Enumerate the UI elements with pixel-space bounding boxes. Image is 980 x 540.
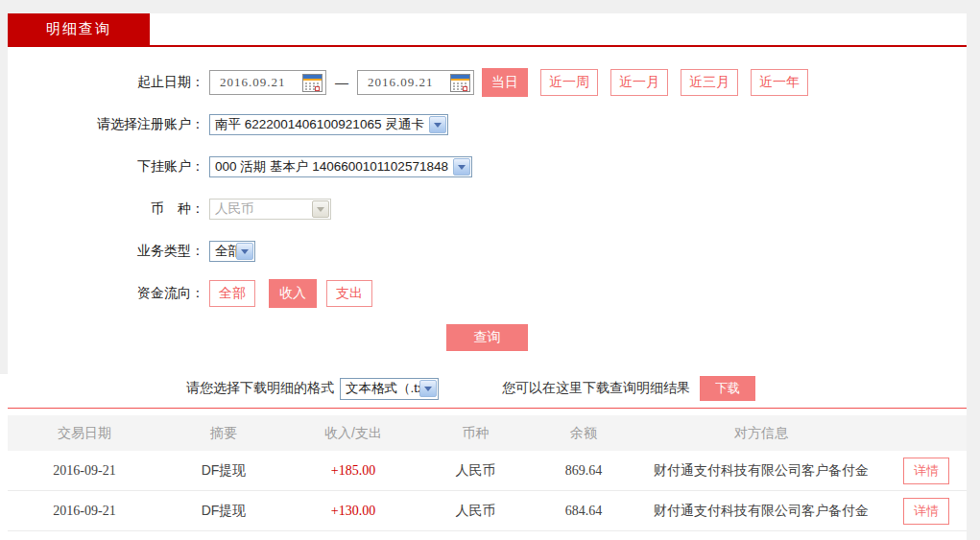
query-row: 查询 [8,315,967,361]
header-date: 交易日期 [8,425,161,442]
cell-amount: +130.00 [286,504,420,519]
tab-label: 明细查询 [46,20,111,38]
end-date-input[interactable]: 2016.09.21 [357,70,474,95]
header-amount: 收入/支出 [286,425,420,442]
registered-account-value: 南平 6222001406100921065 灵通卡 [210,116,429,133]
download-button[interactable]: 下载 [700,376,755,401]
business-type-row: 业务类型： 全部 [8,230,967,272]
business-type-value: 全部 [210,243,236,260]
content-panel: 明细查询 起止日期： 2016.09.21 [8,13,967,540]
table-header: 交易日期 摘要 收入/支出 币种 余额 对方信息 [8,415,967,451]
header-currency: 币种 [420,425,531,442]
end-date-value: 2016.09.21 [368,75,450,90]
cell-currency: 人民币 [420,462,531,480]
results-table: 交易日期 摘要 收入/支出 币种 余额 对方信息 2016-09-21 DF提现… [8,415,967,540]
header-balance: 余额 [531,425,636,442]
query-button[interactable]: 查询 [446,324,528,351]
top-band [0,0,980,13]
registered-account-row: 请选择注册账户： 南平 6222001406100921065 灵通卡 [8,104,967,146]
date-range-row: 起止日期： 2016.09.21 — [8,61,967,104]
download-format-select[interactable]: 文本格式（.txt） [340,378,439,400]
table-row: 2016-09-21 DF提现 +185.00 人民币 869.64 财付通支付… [8,451,967,491]
cell-summary: DF提现 [161,462,286,480]
currency-row: 币 种： 人民币 [8,188,967,230]
flow-expense-button[interactable]: 支出 [326,280,372,307]
left-gutter [0,13,8,374]
cell-date: 2016-09-21 [8,504,161,519]
page: 明细查询 起止日期： 2016.09.21 [0,0,980,540]
cell-summary: DF提现 [161,503,286,520]
cell-date: 2016-09-21 [8,463,161,479]
currency-label: 币 种： [8,200,209,218]
table-divider [8,408,967,409]
chevron-down-icon[interactable] [236,243,253,260]
last-week-button[interactable]: 近一周 [540,69,598,96]
detail-button[interactable]: 详情 [903,458,949,484]
start-date-input[interactable]: 2016.09.21 [209,70,326,95]
currency-select: 人民币 [209,199,331,220]
cell-counterparty: 财付通支付科技有限公司客户备付金 [636,462,886,480]
cell-balance: 684.64 [531,504,636,519]
business-type-select[interactable]: 全部 [209,241,255,262]
date-separator: — [335,75,348,90]
last-three-months-button[interactable]: 近三月 [681,69,738,96]
table-row-partial [8,531,967,540]
tab-detail-query[interactable]: 明细查询 [8,13,150,45]
cell-amount: +185.00 [286,463,420,479]
sub-account-row: 下挂账户： 000 活期 基本户 1406600101102571848 [8,146,967,188]
chevron-down-icon[interactable] [419,380,437,397]
chevron-down-icon [312,200,329,218]
flow-all-button[interactable]: 全部 [209,280,255,307]
chevron-down-icon[interactable] [429,116,446,133]
sub-account-label: 下挂账户： [8,158,209,176]
cell-balance: 869.64 [531,463,636,479]
business-type-label: 业务类型： [8,243,209,260]
cell-currency: 人民币 [420,503,531,520]
header-counterparty: 对方信息 [636,425,886,442]
download-row: 请您选择下载明细的格式 文本格式（.txt） 您可以在这里下载查询明细结果 下载 [8,374,967,403]
last-year-button[interactable]: 近一年 [751,69,808,96]
download-hint: 您可以在这里下载查询明细结果 [502,380,690,397]
table-row: 2016-09-21 DF提现 +130.00 人民币 684.64 财付通支付… [8,491,967,531]
currency-value: 人民币 [210,200,312,218]
detail-button[interactable]: 详情 [903,498,949,525]
registered-account-select[interactable]: 南平 6222001406100921065 灵通卡 [209,114,448,135]
fund-flow-label: 资金流向： [8,285,209,302]
calendar-icon[interactable] [302,74,323,92]
download-format-value: 文本格式（.txt） [341,380,419,397]
fund-flow-row: 资金流向： 全部 收入 支出 [8,272,967,315]
sub-account-select[interactable]: 000 活期 基本户 1406600101102571848 [209,156,472,177]
chevron-down-icon[interactable] [453,158,470,176]
flow-income-button[interactable]: 收入 [269,279,317,308]
registered-account-label: 请选择注册账户： [8,116,209,133]
today-button[interactable]: 当日 [482,68,528,97]
start-date-value: 2016.09.21 [220,75,302,90]
cell-counterparty: 财付通支付科技有限公司客户备付金 [636,503,886,520]
query-form: 起止日期： 2016.09.21 — [8,47,967,361]
last-month-button[interactable]: 近一月 [610,69,668,96]
date-range-label: 起止日期： [8,74,209,91]
header-summary: 摘要 [161,425,286,442]
download-format-label: 请您选择下载明细的格式 [186,380,334,397]
scrollbar[interactable] [967,0,980,540]
calendar-icon[interactable] [450,74,470,92]
sub-account-value: 000 活期 基本户 1406600101102571848 [210,158,453,176]
